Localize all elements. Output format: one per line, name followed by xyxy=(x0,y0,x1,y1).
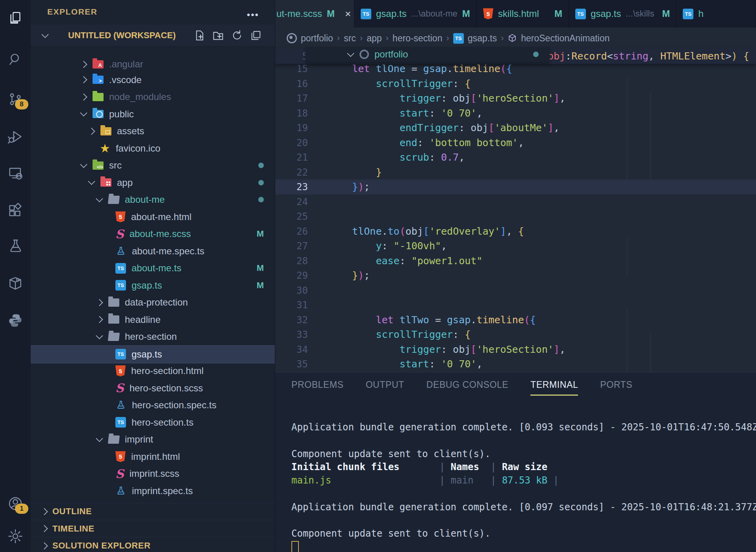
tab-label: gsap.ts xyxy=(591,8,621,19)
section-solution-explorer[interactable]: SOLUTION EXPLORER xyxy=(31,537,275,552)
tree-item-about-me.ts[interactable]: TSabout-me.tsM xyxy=(31,259,275,277)
code-text: start: '0 70', xyxy=(328,357,756,372)
new-file-icon[interactable] xyxy=(193,29,206,43)
editor-tab-gsap.ts[interactable]: TSgsap.ts...\skillsM xyxy=(569,0,677,28)
tree-item-.vscode[interactable]: .vscode xyxy=(31,71,275,89)
line-number: 18 xyxy=(275,106,308,121)
code-line-26: 26 tlOne.to(obj['redOverlay'], { xyxy=(275,224,756,239)
activity-run-debug-icon[interactable] xyxy=(0,126,31,148)
code-text: scrub: 0.7, xyxy=(328,150,756,165)
code-editor[interactable]: 15 let tlOne = gsap.timeline({16 scrollT… xyxy=(275,49,756,372)
code-line-18: 18 start: '0 70', xyxy=(275,106,756,121)
panel-tab-debug-console[interactable]: DEBUG CONSOLE xyxy=(426,380,508,396)
tree-item-favicon.ico[interactable]: ★favicon.ico xyxy=(31,140,275,157)
tree-item-about-me.spec.ts[interactable]: about-me.spec.ts xyxy=(31,243,275,260)
tree-item-app[interactable]: app xyxy=(31,174,275,191)
breadcrumb-item-herosectionanimation[interactable]: heroSectionAnimation xyxy=(521,33,610,44)
activity-explorer-icon[interactable] xyxy=(0,7,31,29)
activity-python-icon[interactable] xyxy=(0,309,31,332)
breadcrumb-item-hero-section[interactable]: hero-section xyxy=(393,33,443,44)
tree-item-label: .vscode xyxy=(109,74,142,85)
tree-item-gsap.ts[interactable]: TSgsap.tsM xyxy=(31,277,275,294)
code-text: y: "-100vh", xyxy=(328,239,756,254)
new-folder-icon[interactable] xyxy=(212,29,224,43)
breadcrumb-item-portfolio[interactable]: portfolio xyxy=(301,33,333,44)
chevron-right-icon xyxy=(80,93,87,100)
activity-test-beaker-icon[interactable] xyxy=(0,235,31,257)
activity-bar: 81 xyxy=(0,0,31,552)
workspace-title: UNTITLED (WORKSPACE) xyxy=(68,30,176,41)
editor-tab-ut-me.scss[interactable]: ut-me.scssM× xyxy=(275,0,354,28)
workspace-header[interactable]: UNTITLED (WORKSPACE) xyxy=(31,24,275,47)
typescript-icon: TS xyxy=(115,263,126,274)
code-line-31: 31 xyxy=(275,298,756,313)
git-modified-badge: M xyxy=(257,263,264,273)
tree-item-portfolio[interactable]: portfolio xyxy=(306,47,550,62)
tab-label: gsap.ts xyxy=(376,8,406,19)
activity-extensions-icon[interactable] xyxy=(0,200,31,222)
tree-item-hero-section.html[interactable]: 5hero-section.html xyxy=(31,362,275,380)
breadcrumb-item-gsap.ts[interactable]: gsap.ts xyxy=(468,33,497,44)
activity-package-icon[interactable] xyxy=(0,272,31,295)
line-number: 21 xyxy=(275,150,308,165)
tree-item-about-me[interactable]: about-me xyxy=(31,191,275,208)
component-circle-icon xyxy=(287,33,297,43)
more-actions-icon[interactable]: ••• xyxy=(247,9,259,20)
activity-search-icon[interactable] xyxy=(0,48,31,70)
editor-tab-h[interactable]: TSh xyxy=(676,0,756,28)
editor-tab-gsap.ts[interactable]: TSgsap.ts...\about-meM xyxy=(354,0,477,28)
line-number: 28 xyxy=(275,254,308,269)
panel-tab-output[interactable]: OUTPUT xyxy=(366,380,404,396)
terminal-line xyxy=(291,514,756,528)
favicon-star-icon: ★ xyxy=(100,141,110,155)
activity-settings-gear-icon[interactable] xyxy=(0,525,31,547)
explorer-header: EXPLORER ••• xyxy=(31,0,275,24)
tree-item-data-protection[interactable]: data-protection xyxy=(31,294,275,311)
modified-dot-badge xyxy=(533,52,539,57)
code-text: trigger: obj['heroSection'], xyxy=(328,342,756,357)
tree-item-hero-section.ts[interactable]: TShero-section.ts xyxy=(31,414,275,431)
tree-item-imprint.spec.ts[interactable]: imprint.spec.ts xyxy=(31,482,275,500)
angular-folder-icon xyxy=(93,60,104,69)
collapse-all-icon[interactable] xyxy=(250,29,262,43)
activity-account-icon[interactable]: 1 xyxy=(0,493,31,515)
tree-item-imprint.scss[interactable]: Simprint.scss xyxy=(31,465,275,482)
git-modified-badge: M xyxy=(257,280,264,291)
terminal-output[interactable]: Application bundle generation complete. … xyxy=(291,421,756,552)
open-folder-icon xyxy=(108,435,120,444)
tree-item-gsap.ts[interactable]: TSgsap.ts xyxy=(31,345,275,363)
code-text: tlOne.to(obj['redOverlay'], { xyxy=(328,224,756,239)
activity-source-control-icon[interactable]: 8 xyxy=(0,88,31,110)
panel-tab-ports[interactable]: PORTS xyxy=(600,380,632,396)
close-icon[interactable]: × xyxy=(345,8,351,20)
tree-item-headline[interactable]: headline xyxy=(31,311,275,328)
breadcrumb-item-src[interactable]: src xyxy=(344,33,356,44)
tree-item-about-me.html[interactable]: 5about-me.html xyxy=(31,208,275,226)
activity-remote-explorer-icon[interactable] xyxy=(0,162,31,184)
tree-item-hero-section[interactable]: hero-section xyxy=(31,328,275,345)
tree-item-assets[interactable]: assets xyxy=(31,122,275,140)
line-number: 35 xyxy=(275,357,308,372)
typescript-icon: TS xyxy=(115,349,126,359)
tree-item-hero-section.scss[interactable]: Shero-section.scss xyxy=(31,380,275,397)
refresh-icon[interactable] xyxy=(231,29,243,43)
tree-item-hero-section.spec.ts[interactable]: hero-section.spec.ts xyxy=(31,396,275,414)
tree-item-about-me.scss[interactable]: Sabout-me.scssM xyxy=(31,225,275,243)
tree-item-imprint[interactable]: imprint xyxy=(31,431,275,448)
app-folder-icon xyxy=(100,178,111,187)
tree-item-imprint.html[interactable]: 5imprint.html xyxy=(31,448,275,465)
typescript-icon: TS xyxy=(683,9,693,19)
breadcrumb-item-app[interactable]: app xyxy=(367,33,382,44)
tree-item-.angular[interactable]: .angular xyxy=(31,56,275,73)
tree-item-node-modules[interactable]: node_modules xyxy=(31,88,275,106)
sass-icon: S xyxy=(115,467,124,481)
section-outline[interactable]: OUTLINE xyxy=(31,503,275,520)
tree-item-src[interactable]: src xyxy=(31,157,275,174)
editor-tab-skills.html[interactable]: 5skills.htmlM xyxy=(477,0,569,28)
tree-item-public[interactable]: public xyxy=(31,106,275,123)
section-timeline[interactable]: TIMELINE xyxy=(31,520,275,537)
tree-item-label: about-me.spec.ts xyxy=(132,246,204,257)
panel-tab-problems[interactable]: PROBLEMS xyxy=(291,380,344,396)
panel-tab-terminal[interactable]: TERMINAL xyxy=(530,380,578,396)
breadcrumb[interactable]: portfolio›src›app›hero-section›TSgsap.ts… xyxy=(275,28,756,49)
